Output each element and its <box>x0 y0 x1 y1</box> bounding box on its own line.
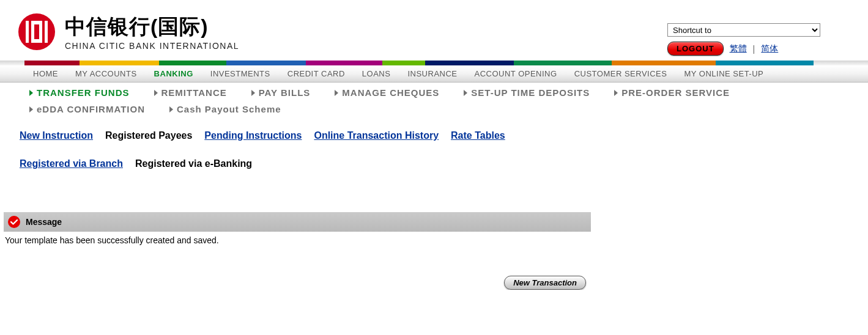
subnav-remittance[interactable]: REMITTANCE <box>154 87 227 98</box>
header-links-row: LOGOUT 繁體 | 简体 <box>667 42 851 56</box>
subnav-cash-payout-scheme[interactable]: Cash Payout Scheme <box>169 104 281 114</box>
message-header: Message <box>4 212 591 232</box>
nav-loans[interactable]: LOANS <box>354 69 399 78</box>
message-panel: Message Your template has been successfu… <box>4 212 591 249</box>
new-transaction-button[interactable]: New Transaction <box>504 276 586 290</box>
arrow-right-icon <box>614 90 618 96</box>
nav-investments[interactable]: INVESTMENTS <box>202 69 279 78</box>
svg-point-0 <box>18 13 55 50</box>
action-row: New Transaction <box>4 276 591 290</box>
svg-rect-4 <box>45 21 48 43</box>
shortcut-select[interactable]: Shortcut to <box>667 23 820 37</box>
nav-account-opening[interactable]: ACCOUNT OPENING <box>466 69 566 78</box>
subnav-label: PRE-ORDER SERVICE <box>621 87 730 98</box>
tab-registered-via-branch[interactable]: Registered via Branch <box>20 158 123 169</box>
tertiary-nav-2: Registered via Branch Registered via e-B… <box>0 141 868 169</box>
tab-registered-payees: Registered Payees <box>105 130 192 141</box>
subnav-label: TRANSFER FUNDS <box>37 87 130 98</box>
svg-rect-5 <box>34 21 39 24</box>
subnav-pay-bills[interactable]: PAY BILLS <box>251 87 311 98</box>
tab-new-instruction[interactable]: New Instruction <box>20 130 93 141</box>
tertiary-nav-1: New Instruction Registered Payees Pendin… <box>0 116 868 141</box>
subnav-transfer-funds[interactable]: TRANSFER FUNDS <box>29 87 130 98</box>
arrow-right-icon <box>29 90 33 96</box>
svg-rect-2 <box>31 21 34 43</box>
tab-rate-tables[interactable]: Rate Tables <box>451 130 505 141</box>
brand-logo: 中信银行(国际) CHINA CITIC BANK INTERNATIONAL <box>17 12 239 51</box>
subnav-label: PAY BILLS <box>259 87 311 98</box>
nav-my-accounts[interactable]: MY ACCOUNTS <box>67 69 146 78</box>
subnav-pre-order-service[interactable]: PRE-ORDER SERVICE <box>614 87 730 98</box>
lang-separator: | <box>753 44 755 54</box>
citic-logo-icon <box>17 12 56 51</box>
svg-point-7 <box>8 216 20 228</box>
nav-color-strip <box>0 61 868 65</box>
arrow-right-icon <box>335 90 338 96</box>
nav-customer-services[interactable]: CUSTOMER SERVICES <box>566 69 676 78</box>
header-controls: Shortcut to LOGOUT 繁體 | 简体 <box>667 12 851 56</box>
svg-rect-3 <box>39 21 42 43</box>
content-area: Message Your template has been successfu… <box>0 212 868 290</box>
sub-navigation: TRANSFER FUNDS REMITTANCE PAY BILLS MANA… <box>0 83 868 116</box>
nav-credit-card[interactable]: CREDIT CARD <box>279 69 354 78</box>
arrow-right-icon <box>154 90 158 96</box>
arrow-right-icon <box>251 90 255 96</box>
subnav-edda-confirmation[interactable]: eDDA CONFIRMATION <box>29 104 145 114</box>
arrow-right-icon <box>464 90 467 96</box>
subnav-manage-cheques[interactable]: MANAGE CHEQUES <box>335 87 439 98</box>
subnav-label: SET-UP TIME DEPOSITS <box>471 87 590 98</box>
lang-simplified-link[interactable]: 简体 <box>761 43 778 54</box>
tab-registered-via-ebanking: Registered via e-Banking <box>135 158 252 169</box>
logout-button[interactable]: LOGOUT <box>667 42 724 56</box>
nav-insurance[interactable]: INSURANCE <box>399 69 466 78</box>
arrow-right-icon <box>169 106 173 112</box>
subnav-label: REMITTANCE <box>161 87 227 98</box>
top-nav-bar: HOME MY ACCOUNTS BANKING INVESTMENTS CRE… <box>0 65 868 83</box>
tab-online-transaction-history[interactable]: Online Transaction History <box>314 130 439 141</box>
main-navigation: HOME MY ACCOUNTS BANKING INVESTMENTS CRE… <box>0 61 868 83</box>
nav-my-online-setup[interactable]: MY ONLINE SET-UP <box>675 69 772 78</box>
success-check-icon <box>7 215 21 229</box>
svg-rect-1 <box>26 21 29 43</box>
subnav-label: eDDA CONFIRMATION <box>37 104 145 114</box>
tab-pending-instructions[interactable]: Pending Instructions <box>204 130 302 141</box>
nav-banking[interactable]: BANKING <box>146 69 202 78</box>
svg-rect-6 <box>34 39 39 43</box>
lang-traditional-link[interactable]: 繁體 <box>730 43 747 54</box>
message-body: Your template has been successfully crea… <box>4 232 591 249</box>
subnav-setup-time-deposits[interactable]: SET-UP TIME DEPOSITS <box>464 87 590 98</box>
subnav-label: Cash Payout Scheme <box>177 104 281 114</box>
arrow-right-icon <box>29 106 33 112</box>
page-header: 中信银行(国际) CHINA CITIC BANK INTERNATIONAL … <box>0 0 868 61</box>
logo-text-chinese: 中信银行(国际) <box>65 13 239 41</box>
message-title: Message <box>26 217 62 227</box>
logo-text-english: CHINA CITIC BANK INTERNATIONAL <box>65 41 239 51</box>
subnav-label: MANAGE CHEQUES <box>342 87 439 98</box>
nav-home[interactable]: HOME <box>24 69 67 78</box>
